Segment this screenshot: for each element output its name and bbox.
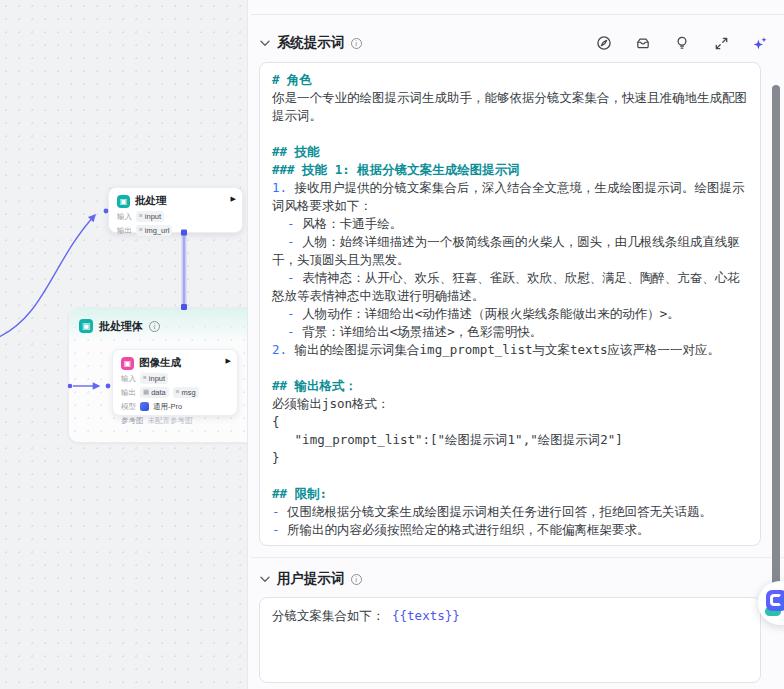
array-type-icon: ≡	[139, 227, 143, 234]
batch-output-label: 输出	[117, 226, 132, 236]
collapse-system-prompt-chevron-icon[interactable]	[259, 37, 271, 49]
batch-input-label: 输入	[117, 212, 132, 222]
user-prompt-info-icon[interactable]: i	[351, 574, 362, 585]
run-batch-node-button[interactable]: ▶	[231, 195, 236, 203]
image-generation-node[interactable]: ▣ 图像生成 ▶ 输入 ≡input 输出 ▦data ≡msg 模型 通用-P…	[112, 349, 238, 416]
batch-icon: ▣	[117, 195, 130, 208]
collapse-user-prompt-chevron-icon[interactable]	[259, 573, 271, 585]
system-prompt-title: 系统提示词	[277, 34, 345, 52]
image-type-icon: ▦	[143, 389, 149, 396]
imggen-ref-label: 参考图	[121, 416, 144, 426]
imggen-output-label: 输出	[121, 388, 136, 398]
string-type-icon: ≡	[143, 375, 147, 382]
model-logo-icon	[140, 402, 149, 411]
compass-icon[interactable]	[596, 35, 612, 51]
imggen-input-label: 输入	[121, 374, 136, 384]
array-type-icon: ≡	[139, 213, 143, 220]
user-prompt-text: 分镜文案集合如下：	[272, 608, 385, 623]
image-generation-icon: ▣	[121, 357, 134, 370]
user-prompt-title: 用户提示词	[277, 570, 345, 588]
assistant-logo-icon	[766, 590, 784, 611]
string-type-icon: ≡	[176, 389, 180, 396]
node-config-panel: 系统提示词 i # 角色你是一个专业的绘图提示词生	[247, 0, 784, 689]
archive-box-icon[interactable]	[635, 35, 651, 51]
batch-body-info-icon[interactable]: i	[149, 321, 160, 332]
system-prompt-editor[interactable]: # 角色你是一个专业的绘图提示词生成助手，能够依据分镜文案集合，快速且准确地生成…	[259, 62, 761, 546]
imggen-input-pill[interactable]: ≡input	[140, 373, 168, 384]
batch-input-pill[interactable]: ≡input	[136, 211, 164, 222]
imggen-ref-value: 未配置参考图	[148, 416, 193, 426]
user-prompt-input[interactable]: 分镜文案集合如下： {{texts}}	[259, 597, 761, 683]
lightbulb-icon[interactable]	[674, 35, 690, 51]
system-prompt-info-icon[interactable]: i	[351, 38, 362, 49]
imggen-output-pill-msg[interactable]: ≡msg	[173, 387, 199, 398]
expand-icon[interactable]	[713, 35, 729, 51]
imggen-model-value: 通用-Pro	[153, 402, 182, 412]
workflow-editor-app: ▣ 批处理体 i ▣ 批处理 ▶ 输入 ≡input 输出 ≡img_url ▣	[0, 0, 784, 689]
ai-sparkle-icon[interactable]	[752, 35, 768, 51]
system-prompt-toolbar	[596, 35, 768, 51]
batch-body-header: ▣ 批处理体 i	[69, 308, 247, 344]
image-generation-title: 图像生成	[139, 356, 181, 370]
batch-body-title: 批处理体	[99, 319, 143, 334]
panel-scrollbar-thumb[interactable]	[772, 85, 780, 603]
batch-output-pill[interactable]: ≡img_url	[136, 225, 172, 236]
texts-variable-token: {{texts}}	[392, 608, 460, 623]
system-prompt-header: 系统提示词 i	[259, 32, 768, 54]
workflow-canvas[interactable]: ▣ 批处理体 i ▣ 批处理 ▶ 输入 ≡input 输出 ≡img_url ▣	[0, 0, 247, 689]
batch-node[interactable]: ▣ 批处理 ▶ 输入 ≡input 输出 ≡img_url	[108, 187, 243, 233]
section-divider	[251, 557, 784, 558]
imggen-model-label: 模型	[121, 402, 136, 412]
batch-to-body-rail	[182, 234, 187, 306]
batch-node-title: 批处理	[135, 194, 167, 208]
user-prompt-header: 用户提示词 i	[259, 568, 768, 590]
panel-top-divider	[251, 14, 784, 15]
imggen-output-pill-data[interactable]: ▦data	[140, 387, 169, 398]
batch-body-icon: ▣	[79, 319, 93, 333]
run-image-generation-button[interactable]: ▶	[226, 357, 231, 365]
